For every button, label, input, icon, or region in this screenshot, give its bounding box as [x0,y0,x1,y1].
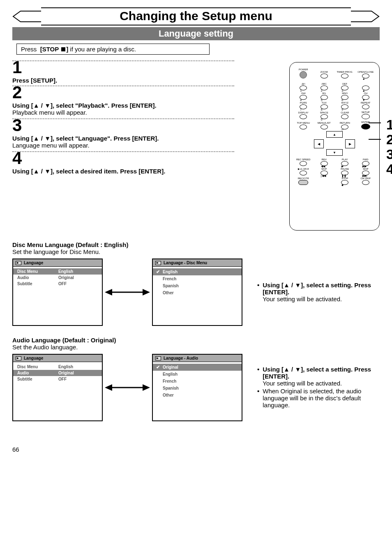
osd-title-text: Language [24,261,43,265]
key-3-button[interactable]: 3 [341,85,348,90]
play-button[interactable]: ▶ [341,161,348,166]
remote-label: REPEAT [361,102,371,104]
key-9-button[interactable]: 9 [341,104,348,109]
cm-skip-button[interactable] [362,180,369,185]
key-7-button[interactable]: 7 [300,104,307,109]
osd-item[interactable]: Disc MenuEnglish [13,364,102,370]
osd-item[interactable]: AudioOriginal [13,275,102,281]
remote-label: STOP [341,177,348,180]
repeat-button[interactable] [362,104,369,109]
power-button[interactable] [300,71,307,78]
x13-button[interactable] [300,171,307,175]
remote-label: SETUP [362,111,370,113]
ch-down-button[interactable]: ▼ [362,95,369,100]
dpad-left-button[interactable]: ◀ [314,139,324,148]
step-2-sub: Playback menu will appear. [12,109,234,116]
remote-label: ▶x1.3/0.8 [298,168,309,170]
clear-button[interactable] [341,114,348,119]
stop-note-tail: if you are playing a disc. [70,46,136,53]
osd-option[interactable]: English [153,268,242,275]
hint-extra: When Original is selected, the audio lan… [263,388,380,409]
rec-otr-button[interactable] [298,180,308,185]
step-1-text: Press [SETUP]. [12,77,234,84]
key-0-button[interactable]: 0 [321,114,328,119]
zoom-button[interactable] [321,74,328,78]
step-3-text: Using [▲ / ▼], select "Language". Press … [12,135,234,142]
pause-button[interactable]: ❚❚ [341,171,348,175]
osd-item[interactable]: AudioOriginal [13,370,102,376]
steps-column: 1 Press [SETUP]. 2 Using [▲ / ▼], select… [12,59,234,231]
skip-fwd-button[interactable]: ▶▶| [362,171,369,175]
remote-column: 1 2 3 4 POWER ZOOM TIMER PROG. OPEN/CLOS… [244,59,380,231]
timer-prog-button[interactable] [341,74,348,78]
audio-hint: Using [▲ / ▼], select a setting. Press [… [242,366,380,409]
display-button[interactable] [300,114,307,119]
osd-option[interactable]: Other [153,289,242,296]
remote-label: SPACE [320,111,328,114]
remote-label: TOP MENU [297,122,310,124]
svg-marker-2 [143,289,150,295]
audio-heading: Audio Language (Default : Original) [12,337,380,344]
double-arrow-icon [103,381,152,394]
remote-label: GHI [301,92,306,95]
hint-bold: Using [▲ / ▼], select a setting. Press [… [263,282,371,295]
osd-item[interactable]: Disc MenuEnglish [13,268,102,275]
osd-option[interactable]: Other [153,392,242,399]
stop-button[interactable]: ■ [341,180,348,185]
osd-title-text: Language - Disc Menu [164,261,207,265]
osd-option[interactable]: English [153,371,242,378]
osd-title-icon [155,261,161,265]
key-2-button[interactable]: 2 [321,85,328,90]
remote-label: TIMER PROG. [337,71,353,73]
osd-option[interactable]: Spanish [153,385,242,392]
hint-bold: Using [▲ / ▼], select a setting. Press [… [263,366,371,380]
svg-marker-5 [143,384,150,391]
open-close-button[interactable]: ▲ [362,74,369,78]
hint-text: Your setting will be activated. [263,295,342,302]
menu-list-button[interactable] [321,125,328,129]
osd-option[interactable]: Spanish [153,282,242,289]
ch-up-button[interactable]: ▲ [362,85,369,90]
rev-button[interactable]: ◀◀ [321,161,328,166]
callout-3: 3 [386,147,392,162]
fwd-button[interactable]: ▶▶ [362,161,369,166]
step-3-num: 3 [12,117,234,134]
dpad-up-button[interactable]: ▲ [326,131,343,138]
step-2-num: 2 [12,84,234,101]
callout-1: 1 [386,118,392,132]
top-menu-button[interactable] [300,125,307,129]
dpad-down-button[interactable]: ▼ [326,149,343,156]
remote-label: REV [322,158,327,161]
return-button[interactable]: ↵ [341,125,348,129]
callout-line-icon [369,139,381,140]
key-6-button[interactable]: 6 [341,95,348,100]
remote-label [365,83,366,85]
skip-back-button[interactable]: |◀◀ [321,171,328,175]
remote-label: FWD [363,158,369,161]
key-5-button[interactable]: 5 [321,95,328,100]
osd-option[interactable]: French [153,378,242,385]
osd-item[interactable]: SubtitleOFF [13,376,102,382]
remote-label: RETURN [340,122,350,124]
callout-4: 4 [386,162,392,177]
remote-label: ABC [322,83,327,85]
osd-title-text: Language [24,356,43,360]
remote-illustration: 1 2 3 4 POWER ZOOM TIMER PROG. OPEN/CLOS… [289,62,380,231]
callout-2: 2 [386,132,392,147]
section-subtitle: Language setting [12,27,380,40]
key-1-button[interactable]: 1 [300,85,307,90]
rec-speed-button[interactable] [300,161,307,166]
osd-option[interactable]: French [153,275,242,282]
remote-label: SKIP [363,168,369,170]
osd-item[interactable]: SubtitleOFF [13,281,102,287]
key-4-button[interactable]: 4 [300,95,307,100]
osd-option[interactable]: Original [153,364,242,371]
setup-button[interactable] [362,114,370,119]
svg-marker-4 [105,384,112,391]
key-8-button[interactable]: 8 [321,104,328,109]
callout-line-icon [369,122,381,123]
osd-title-text: Language - Audio [164,356,198,360]
enter-button[interactable] [361,124,370,129]
dpad-right-button[interactable]: ▶ [345,139,355,148]
remote-label: DEF [342,83,347,85]
